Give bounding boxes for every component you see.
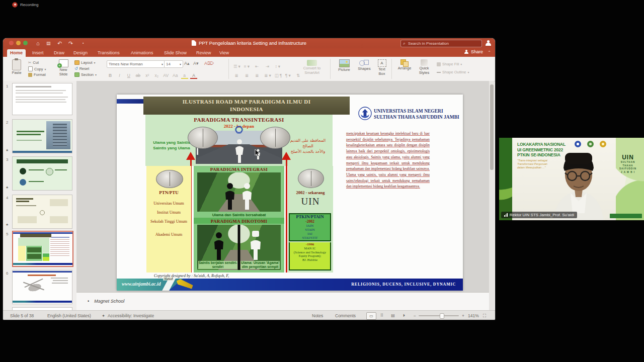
new-slide-button[interactable]: + NewSlide bbox=[55, 59, 71, 76]
decrease-indent-button[interactable]: ⇤ bbox=[254, 64, 261, 69]
subscript-button[interactable]: x₂ bbox=[153, 73, 160, 78]
align-center-button[interactable]: ≣ bbox=[244, 73, 251, 78]
transintegrasi-panel[interactable]: PARADIGMA TRANSINTEGRASI 2022 - ke depan bbox=[145, 115, 333, 166]
accessibility-status[interactable]: Accessibility: Investigate bbox=[108, 313, 154, 318]
minimize-window-button[interactable] bbox=[16, 41, 21, 45]
slide-thumbnail-3[interactable] bbox=[12, 156, 72, 191]
notes-text[interactable]: Magnet School bbox=[94, 299, 124, 304]
account-icon[interactable] bbox=[485, 40, 492, 46]
university-name[interactable]: UNIVERSITAS ISLAM NEGERI SULTHAN THAHA S… bbox=[374, 108, 460, 120]
character-spacing-button[interactable]: AV bbox=[163, 73, 170, 78]
tab-slide-show[interactable]: Slide Show bbox=[161, 49, 190, 57]
highlight-color-button[interactable]: a bbox=[181, 73, 188, 79]
columns-button[interactable]: ◫¶ bbox=[275, 73, 282, 78]
numbering-button[interactable]: ≡▾ bbox=[244, 64, 251, 69]
zoom-in-icon[interactable]: + bbox=[462, 313, 464, 318]
quick-styles-button[interactable]: QuickStyles bbox=[416, 59, 433, 75]
leaf-decoration-left bbox=[499, 138, 512, 220]
close-window-button[interactable] bbox=[9, 41, 14, 45]
zoom-level[interactable]: 141% bbox=[468, 313, 479, 318]
text-box-button[interactable]: A TextBox bbox=[374, 59, 389, 76]
normal-view-button[interactable]: ▭ bbox=[366, 312, 376, 320]
format-painter-button[interactable]: Format bbox=[28, 72, 46, 77]
slide-body-text[interactable]: menciptakan kesatuan kerangka intelektua… bbox=[346, 131, 430, 190]
home-icon[interactable]: ⌂ bbox=[36, 39, 40, 47]
speaker-portrait bbox=[538, 145, 619, 220]
bullets-button[interactable]: ☰▾ bbox=[233, 64, 240, 69]
strikethrough-button[interactable]: ab bbox=[134, 73, 141, 78]
shape-fill-button[interactable]: Shape Fill ▾ bbox=[437, 62, 462, 66]
reset-button[interactable]: ↺ Reset bbox=[74, 66, 89, 71]
slide-sorter-view-button[interactable]: ⠿ bbox=[377, 312, 386, 319]
tab-transitions[interactable]: Transitions bbox=[95, 49, 123, 57]
fit-slide-icon[interactable]: ⛶ bbox=[483, 313, 486, 319]
increase-indent-button[interactable]: ⇥ bbox=[264, 64, 271, 69]
shrink-font-button[interactable]: A▾ bbox=[193, 61, 199, 66]
shapes-button[interactable]: Shapes bbox=[355, 59, 373, 71]
slide-thumbnail-2[interactable] bbox=[12, 119, 72, 153]
arrange-button[interactable]: Arrange bbox=[395, 59, 414, 70]
picture-button[interactable]: Picture bbox=[335, 59, 353, 72]
tab-view[interactable]: View bbox=[216, 49, 232, 57]
align-left-button[interactable]: ≣ bbox=[233, 73, 240, 78]
justify-button[interactable]: ≣▾ bbox=[264, 73, 271, 78]
section-button[interactable]: Section ▾ bbox=[74, 72, 97, 77]
layout-button[interactable]: Layout ▾ bbox=[74, 60, 96, 65]
font-name-select[interactable]: Times New Roman▾ bbox=[107, 60, 165, 68]
slide-thumbnail-6[interactable] bbox=[12, 270, 72, 304]
bold-button[interactable]: B bbox=[107, 73, 114, 78]
convert-smartart-button[interactable]: Convert toSmartArt bbox=[298, 60, 326, 75]
slide-thumbnail-4[interactable] bbox=[12, 195, 72, 229]
copy-button[interactable]: Copy ▾ bbox=[28, 66, 46, 71]
paste-button[interactable]: Paste bbox=[9, 59, 24, 75]
zoom-slider[interactable] bbox=[419, 315, 459, 316]
zoom-out-icon[interactable]: − bbox=[414, 313, 416, 318]
notes-area[interactable]: • Magnet School bbox=[76, 292, 489, 311]
underline-button[interactable]: U bbox=[125, 73, 132, 78]
search-input[interactable] bbox=[407, 41, 479, 46]
collapse-ribbon-icon[interactable]: ⌃ bbox=[488, 50, 491, 55]
slide-thumbnail-1[interactable] bbox=[12, 83, 72, 115]
cut-button[interactable]: ✂ Cut bbox=[28, 60, 39, 65]
vertical-scrollbar-thumb[interactable] bbox=[490, 84, 494, 170]
font-size-select[interactable]: 14▾ bbox=[164, 60, 183, 68]
tab-insert[interactable]: Insert bbox=[29, 49, 47, 57]
notes-toggle[interactable]: Notes bbox=[312, 313, 323, 318]
tab-review[interactable]: Review bbox=[193, 49, 214, 57]
share-button[interactable]: Share bbox=[464, 49, 483, 54]
zoom-window-button[interactable] bbox=[23, 41, 28, 45]
save-icon[interactable]: ▤ bbox=[46, 39, 51, 47]
title-bar[interactable]: ⌂ ▤ ↶ ↷ ▪ PPT Pengelolaan kriteria Setti… bbox=[3, 38, 495, 48]
superscript-button[interactable]: x² bbox=[144, 73, 151, 78]
center-column[interactable]: PARADIGMA INTEGRASI Ulama dan Saintis be… bbox=[194, 166, 284, 273]
tab-draw[interactable]: Draw bbox=[51, 49, 67, 57]
slideshow-button[interactable]: ⏵ bbox=[399, 312, 409, 319]
italic-button[interactable]: I bbox=[116, 73, 123, 78]
text-direction-button[interactable]: ¶▾ bbox=[285, 73, 292, 78]
ptn-column[interactable]: PTN/PTU Universitas Umum Institut Umum S… bbox=[146, 166, 191, 273]
reading-view-button[interactable]: ▤ bbox=[388, 312, 397, 319]
tab-animations[interactable]: Animations bbox=[128, 49, 156, 57]
language-status[interactable]: English (United States) bbox=[47, 313, 91, 318]
tab-design[interactable]: Design bbox=[70, 49, 91, 57]
align-right-button[interactable]: ≣ bbox=[254, 73, 261, 78]
search-box[interactable]: ⌕ bbox=[400, 40, 482, 47]
redo-icon[interactable]: ↷ bbox=[68, 39, 73, 47]
comments-toggle[interactable]: Comments bbox=[335, 313, 356, 318]
tab-home[interactable]: Home bbox=[7, 49, 26, 57]
clear-formatting-button[interactable]: A⌦ bbox=[204, 61, 214, 66]
slide-title-banner[interactable]: ILUSTRASI ROAD MAP PARADIGMA ILMU DI IND… bbox=[143, 97, 350, 115]
change-case-button[interactable]: Aa bbox=[172, 73, 179, 78]
participant-video-tile[interactable]: LOKAKARYA NASIONAL UI GREENMETRIC 2022 P… bbox=[499, 138, 644, 220]
slide-counter[interactable]: Slide 5 of 38 bbox=[10, 313, 34, 318]
slide-thumbnail-5-selected[interactable] bbox=[12, 231, 73, 267]
slide-5-content[interactable]: ILUSTRASI ROAD MAP PARADIGMA ILMU DI IND… bbox=[117, 95, 463, 291]
shape-outline-button[interactable]: Shape Outline ▾ bbox=[437, 70, 469, 74]
layout-icon bbox=[74, 60, 79, 65]
line-spacing-button[interactable]: ↕▾ bbox=[275, 64, 282, 69]
zoom-slider-knob[interactable] bbox=[440, 313, 444, 319]
uin-column[interactable]: 2002 - sekarang UIN PTKIN/PTAIN -2002 IA… bbox=[288, 166, 333, 273]
font-color-button[interactable]: A bbox=[190, 73, 197, 79]
undo-icon[interactable]: ↶ bbox=[57, 39, 62, 47]
grow-font-button[interactable]: A▴ bbox=[184, 61, 190, 66]
